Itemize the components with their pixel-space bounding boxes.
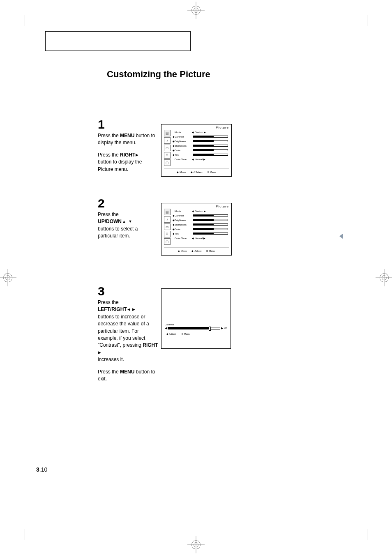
registration-mark-icon [378, 272, 390, 284]
right-triangle-icon: ▶ [221, 327, 223, 330]
page-number: 3.10 [36, 466, 47, 473]
slider-label: Contrast [165, 323, 231, 326]
step-text: Press the LEFT/RIGHT◀ ▶ buttons to incre… [98, 299, 159, 382]
back-indicator-icon [342, 228, 358, 240]
channel-tab-icon: ▭ [164, 145, 171, 151]
slider-knob [209, 327, 211, 331]
pc-tab-icon: ▢ [164, 159, 171, 166]
registration-mark-icon [190, 4, 202, 16]
osd-title: Picture [161, 203, 231, 209]
registration-mark-icon [190, 539, 202, 551]
down-triangle-icon: ▼ [129, 219, 132, 225]
page-title: Customizing the Picture [107, 69, 210, 80]
registration-mark-icon [2, 272, 14, 284]
slider-value: 80 [224, 327, 227, 329]
left-triangle-icon: ◀ [127, 307, 130, 313]
step-text: Press the UP/DOWN▲ ▼ buttons to select a… [98, 211, 155, 240]
header-box [45, 31, 191, 51]
osd-screenshot-2: Picture ▤♪▭⠿▢ Mode◀ Custom ▶ ◆Contrast ◆… [161, 203, 232, 256]
step-text: Press the MENU button to display the men… [98, 132, 155, 173]
right-triangle-icon: ▶ [132, 307, 135, 313]
setup-tab-icon: ⠿ [164, 152, 171, 159]
sound-tab-icon: ♪ [164, 137, 171, 144]
left-triangle-icon: ◀ [165, 327, 167, 330]
osd-screenshot-3: Contrast ◀ ▶ 80 ◆ Adjust Ⅲ Menu [161, 288, 231, 349]
picture-tab-icon: ▤ [164, 130, 171, 136]
slider-track [168, 327, 220, 329]
up-triangle-icon: ▲ [122, 219, 126, 225]
right-triangle-icon: ▶ [98, 350, 101, 355]
osd-tab-icons: ▤♪▭⠿▢ [164, 209, 171, 245]
right-triangle-icon: ▶ [136, 152, 139, 158]
osd-title: Picture [161, 124, 231, 130]
osd-screenshot-1: Picture ▤ ♪ ▭ ⠿ ▢ Mode◀ Custom ▶ ◆Contra… [161, 124, 232, 177]
osd-tab-icons: ▤ ♪ ▭ ⠿ ▢ [164, 130, 171, 166]
